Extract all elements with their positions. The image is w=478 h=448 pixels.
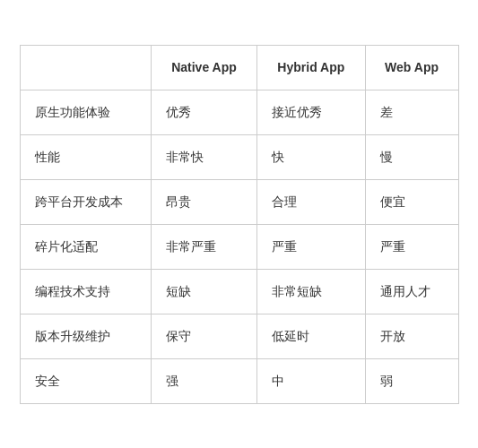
cell-feature: 性能: [20, 134, 151, 179]
table-row: 原生功能体验优秀接近优秀差: [20, 90, 458, 134]
table-row: 版本升级维护保守低延时开放: [20, 314, 458, 358]
cell-hybrid: 中: [256, 358, 365, 403]
cell-web: 便宜: [365, 179, 458, 224]
cell-hybrid: 低延时: [256, 314, 365, 358]
cell-feature: 编程技术支持: [20, 269, 151, 314]
cell-web: 弱: [365, 358, 458, 403]
cell-native: 非常严重: [151, 224, 256, 269]
comparison-table-wrapper: Native App Hybrid App Web App 原生功能体验优秀接近…: [20, 45, 459, 404]
cell-web: 开放: [365, 314, 458, 358]
cell-web: 严重: [365, 224, 458, 269]
cell-web: 差: [365, 90, 458, 134]
cell-feature: 原生功能体验: [20, 90, 151, 134]
header-web-app: Web App: [365, 45, 458, 90]
header-hybrid-app: Hybrid App: [256, 45, 365, 90]
table-row: 碎片化适配非常严重严重严重: [20, 224, 458, 269]
table-row: 跨平台开发成本昂贵合理便宜: [20, 179, 458, 224]
cell-feature: 跨平台开发成本: [20, 179, 151, 224]
table-row: 安全强中弱: [20, 358, 458, 403]
cell-feature: 安全: [20, 358, 151, 403]
table-row: 编程技术支持短缺非常短缺通用人才: [20, 269, 458, 314]
cell-native: 短缺: [151, 269, 256, 314]
table-row: 性能非常快快慢: [20, 134, 458, 179]
header-native-app: Native App: [151, 45, 256, 90]
cell-hybrid: 合理: [256, 179, 365, 224]
cell-feature: 碎片化适配: [20, 224, 151, 269]
cell-hybrid: 非常短缺: [256, 269, 365, 314]
comparison-table: Native App Hybrid App Web App 原生功能体验优秀接近…: [20, 45, 459, 404]
cell-native: 昂贵: [151, 179, 256, 224]
table-header-row: Native App Hybrid App Web App: [20, 45, 458, 90]
cell-hybrid: 接近优秀: [256, 90, 365, 134]
cell-native: 非常快: [151, 134, 256, 179]
cell-native: 保守: [151, 314, 256, 358]
cell-native: 优秀: [151, 90, 256, 134]
cell-native: 强: [151, 358, 256, 403]
cell-hybrid: 严重: [256, 224, 365, 269]
cell-web: 通用人才: [365, 269, 458, 314]
cell-web: 慢: [365, 134, 458, 179]
cell-feature: 版本升级维护: [20, 314, 151, 358]
header-feature: [20, 45, 151, 90]
cell-hybrid: 快: [256, 134, 365, 179]
